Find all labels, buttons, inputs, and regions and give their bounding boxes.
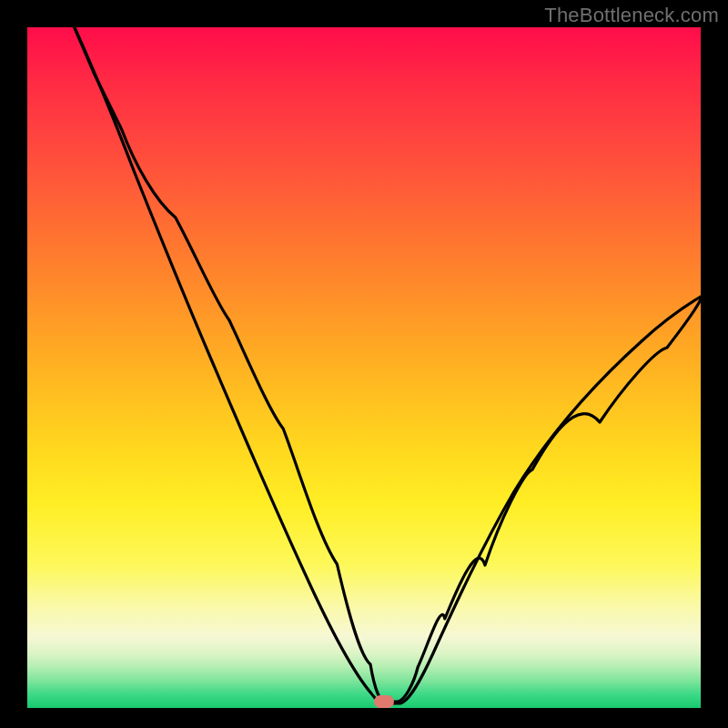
bottleneck-curve	[27, 27, 701, 708]
plot-area	[27, 27, 701, 708]
chart-frame: TheBottleneck.com	[0, 0, 728, 728]
optimum-marker	[374, 695, 394, 708]
watermark-text: TheBottleneck.com	[544, 4, 719, 27]
